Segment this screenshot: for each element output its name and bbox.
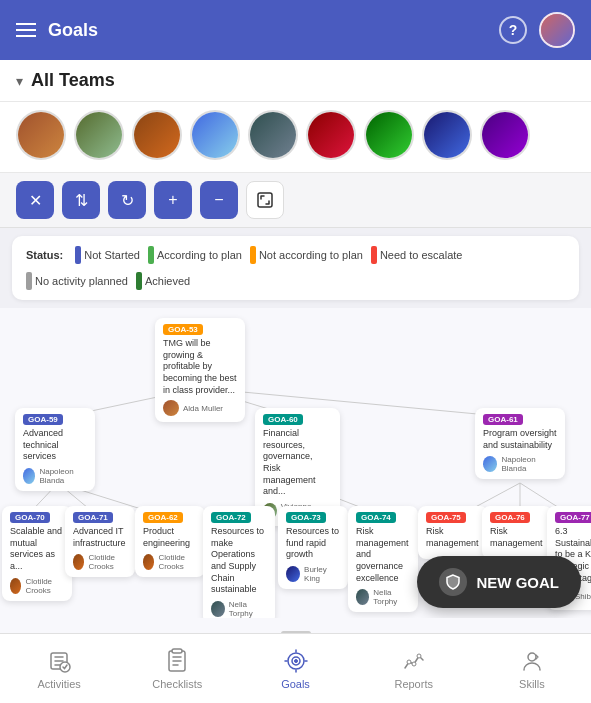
team-member-avatar[interactable]	[74, 110, 124, 160]
chevron-down-icon[interactable]: ▾	[16, 73, 23, 89]
menu-icon[interactable]	[16, 23, 36, 37]
nav-item-goals[interactable]: Goals	[236, 634, 354, 703]
escalate-dot	[371, 246, 377, 264]
nav-item-activities[interactable]: Activities	[0, 634, 118, 703]
goal-user-avatar	[286, 566, 300, 582]
new-goal-label: NEW GOAL	[477, 574, 560, 591]
goals-label: Goals	[281, 678, 310, 690]
goal-description: Resources to fund rapid growth	[286, 526, 340, 561]
goal-card-goa61[interactable]: GOA-61 Program oversight and sustainabil…	[475, 408, 565, 479]
status-legend: Status: Not Started According to plan No…	[12, 236, 579, 300]
checklists-label: Checklists	[152, 678, 202, 690]
team-member-avatar[interactable]	[16, 110, 66, 160]
skills-label: Skills	[519, 678, 545, 690]
goal-card-goa76[interactable]: GOA-76 Risk management	[482, 506, 552, 559]
status-item-escalate: Need to escalate	[371, 246, 463, 264]
svg-point-22	[417, 654, 421, 658]
no-activity-dot	[26, 272, 32, 290]
team-member-avatar[interactable]	[248, 110, 298, 160]
nav-item-reports[interactable]: Reports	[355, 634, 473, 703]
status-item-according-plan: According to plan	[148, 246, 242, 264]
goal-card-goa53[interactable]: GOA-53 TMG will be growing & profitable …	[155, 318, 245, 422]
svg-point-20	[407, 660, 411, 664]
status-item-not-started: Not Started	[75, 246, 140, 264]
not-according-dot	[250, 246, 256, 264]
goal-id-badge: GOA-77	[555, 512, 591, 523]
team-member-avatar[interactable]	[306, 110, 356, 160]
header-right: ?	[499, 12, 575, 48]
team-member-avatar[interactable]	[364, 110, 414, 160]
svg-rect-16	[172, 649, 182, 653]
according-plan-dot	[148, 246, 154, 264]
goal-user: Burley King	[286, 565, 340, 583]
goal-description: Advanced IT infrastructure	[73, 526, 127, 549]
status-item-no-activity: No activity planned	[26, 272, 128, 290]
goal-canvas[interactable]: GOA-53 TMG will be growing & profitable …	[0, 308, 591, 618]
goal-description: Program oversight and sustainability	[483, 428, 557, 451]
sort-button[interactable]: ⇅	[62, 181, 100, 219]
status-item-achieved: Achieved	[136, 272, 190, 290]
goal-id-badge: GOA-72	[211, 512, 251, 523]
goal-card-goa72[interactable]: GOA-72 Resources to make Operations and …	[203, 506, 275, 618]
nav-item-checklists[interactable]: Checklists	[118, 634, 236, 703]
new-goal-button[interactable]: NEW GOAL	[417, 556, 582, 608]
goal-card-goa73[interactable]: GOA-73 Resources to fund rapid growth Bu…	[278, 506, 348, 589]
avatars-row	[0, 102, 591, 173]
header-left: Goals	[16, 20, 98, 41]
goal-card-goa75[interactable]: GOA-75 Risk management	[418, 506, 488, 559]
goal-card-goa62[interactable]: GOA-62 Product engineering Clotilde Croo…	[135, 506, 205, 577]
goal-user-avatar	[211, 601, 225, 617]
goal-user-avatar	[10, 578, 21, 594]
goal-description: Product engineering	[143, 526, 197, 549]
team-member-avatar[interactable]	[132, 110, 182, 160]
checklists-icon	[164, 648, 190, 674]
goal-description: Advanced technical services	[23, 428, 87, 463]
app-header: Goals ?	[0, 0, 591, 60]
goal-user: Clotilde Crooks	[143, 553, 197, 571]
add-button[interactable]: +	[154, 181, 192, 219]
refresh-button[interactable]: ↻	[108, 181, 146, 219]
expand-button[interactable]	[246, 181, 284, 219]
reports-icon	[401, 648, 427, 674]
svg-line-3	[200, 388, 520, 418]
goal-user-avatar	[483, 456, 497, 472]
goal-id-badge: GOA-70	[10, 512, 50, 523]
team-member-avatar[interactable]	[190, 110, 240, 160]
shield-icon	[439, 568, 467, 596]
svg-point-23	[528, 653, 536, 661]
goal-user: Clotilde Crooks	[10, 577, 64, 595]
goal-id-badge: GOA-73	[286, 512, 326, 523]
not-started-dot	[75, 246, 81, 264]
goal-id-badge: GOA-60	[263, 414, 303, 425]
goal-description: TMG will be growing & profitable by beco…	[163, 338, 237, 396]
goal-card-goa74[interactable]: GOA-74 Risk management and governance ex…	[348, 506, 418, 612]
goal-id-badge: GOA-61	[483, 414, 523, 425]
goals-icon	[283, 648, 309, 674]
svg-rect-0	[258, 193, 272, 207]
goal-user-avatar	[356, 589, 369, 605]
svg-point-19	[294, 659, 297, 662]
goal-description: Resources to make Operations and Supply …	[211, 526, 267, 596]
close-button[interactable]: ✕	[16, 181, 54, 219]
team-member-avatar[interactable]	[422, 110, 472, 160]
teams-title: All Teams	[31, 70, 115, 91]
user-avatar[interactable]	[539, 12, 575, 48]
toolbar: ✕ ⇅ ↻ + −	[0, 173, 591, 228]
goal-description: Scalable and mutual services as a...	[10, 526, 64, 573]
goal-card-goa70[interactable]: GOA-70 Scalable and mutual services as a…	[2, 506, 72, 601]
goal-user: Nella Torphy	[211, 600, 267, 618]
goal-user: Alda Muller	[163, 400, 237, 416]
goal-id-badge: GOA-53	[163, 324, 203, 335]
bottom-nav: Activities Checklists Goals	[0, 633, 591, 703]
goal-user: Clotilde Crooks	[73, 553, 127, 571]
status-item-not-according: Not according to plan	[250, 246, 363, 264]
activities-icon	[46, 648, 72, 674]
minus-button[interactable]: −	[200, 181, 238, 219]
team-member-avatar[interactable]	[480, 110, 530, 160]
nav-item-skills[interactable]: Skills	[473, 634, 591, 703]
goal-card-goa71[interactable]: GOA-71 Advanced IT infrastructure Clotil…	[65, 506, 135, 577]
goal-description: Risk management	[426, 526, 480, 549]
goal-user-avatar	[73, 554, 84, 570]
goal-card-goa59[interactable]: GOA-59 Advanced technical services Napol…	[15, 408, 95, 491]
help-icon[interactable]: ?	[499, 16, 527, 44]
